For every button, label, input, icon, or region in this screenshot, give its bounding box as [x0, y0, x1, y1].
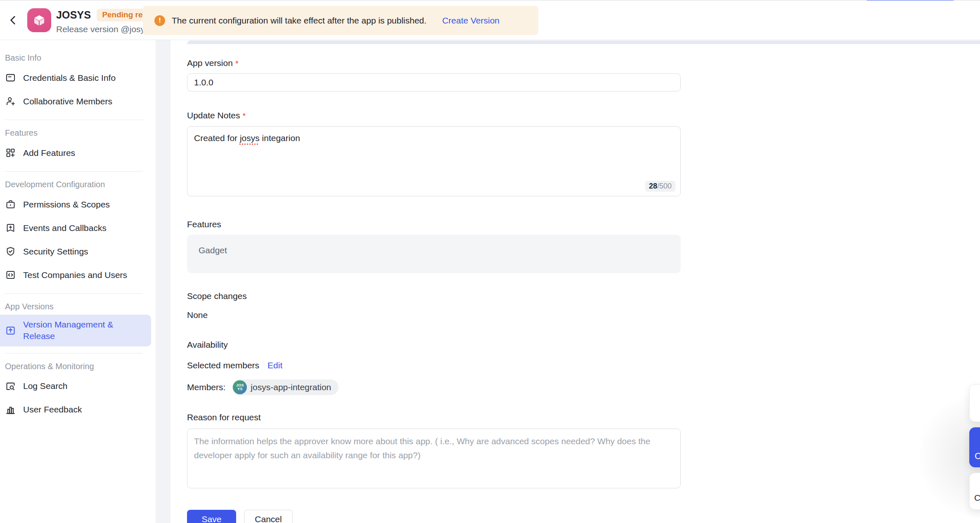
sidebar-item-test-companies[interactable]: Test Companies and Users	[0, 263, 156, 287]
member-chip[interactable]: JOS YS josys-app-integration	[232, 379, 339, 395]
sidebar-divider	[5, 353, 143, 353]
sidebar-item-label: Add Features	[23, 148, 75, 158]
sidebar-item-label: Version Management & Release	[23, 319, 146, 342]
sidebar-item-label: Permissions & Scopes	[23, 200, 110, 210]
create-version-link[interactable]: Create Version	[442, 16, 499, 26]
credentials-icon	[5, 72, 16, 83]
app-name: JOSYS	[56, 9, 91, 21]
sidebar-item-permissions[interactable]: Permissions & Scopes	[0, 193, 156, 216]
person-plus-icon	[5, 96, 16, 107]
cancel-button[interactable]: Cancel	[244, 510, 293, 523]
app-release-page: JOSYS Pending release Release version @j…	[0, 0, 980, 523]
shield-check-icon	[5, 246, 16, 257]
sidebar-divider	[5, 171, 143, 172]
sidebar-item-user-feedback[interactable]: User Feedback	[0, 398, 156, 422]
member-avatar: JOS YS	[233, 380, 247, 394]
edit-members-link[interactable]: Edit	[267, 360, 282, 370]
sidebar-item-label: Log Search	[23, 381, 67, 391]
app-version-input[interactable]	[187, 73, 681, 92]
sidebar: Basic Info Credentials & Basic Info Coll…	[0, 40, 156, 523]
app-header: JOSYS Pending release Release version @j…	[0, 0, 980, 40]
sidebar-divider	[5, 293, 143, 294]
bar-chart-icon	[5, 404, 16, 415]
app-logo	[27, 8, 51, 32]
misspelled-word: josys	[240, 133, 260, 143]
save-button[interactable]: Save	[187, 510, 236, 523]
char-counter: 28/500	[645, 181, 675, 192]
scope-changes-label: Scope changes	[187, 291, 681, 301]
reason-textarea[interactable]	[187, 429, 681, 488]
features-value-box: Gadget	[187, 235, 681, 273]
chevron-left-icon	[8, 15, 19, 26]
features-label: Features	[187, 219, 681, 229]
form-actions: Save Cancel	[187, 510, 681, 523]
sidebar-item-collaborative-members[interactable]: Collaborative Members	[0, 90, 156, 113]
reason-label: Reason for request	[187, 412, 681, 422]
members-label: Members:	[187, 382, 225, 392]
sidebar-item-credentials[interactable]: Credentials & Basic Info	[0, 66, 156, 90]
grid-plus-icon	[5, 147, 16, 158]
sidebar-divider	[5, 120, 143, 120]
app-version-label: App version *	[187, 58, 681, 68]
sidebar-item-events[interactable]: Events and Callbacks	[0, 216, 156, 240]
sidebar-section-dev-config: Development Configuration	[0, 180, 156, 189]
callback-plus-icon	[5, 222, 16, 233]
required-asterisk: *	[242, 111, 246, 121]
member-chip-label: josys-app-integration	[251, 382, 331, 392]
version-form: App version * Update Notes * Created for…	[187, 40, 681, 523]
scope-changes-value: None	[187, 310, 681, 320]
sidebar-section-operations: Operations & Monitoring	[0, 362, 156, 371]
sidebar-item-label: User Feedback	[23, 405, 82, 415]
warning-icon: !	[154, 15, 165, 26]
sidebar-item-label: Credentials & Basic Info	[23, 73, 116, 83]
selected-members-row: Selected members Edit	[187, 360, 681, 370]
back-button[interactable]	[6, 13, 21, 28]
config-warning-banner: ! The current configuration will take ef…	[143, 6, 538, 35]
selected-members-label: Selected members	[187, 360, 259, 370]
briefcase-icon	[5, 199, 16, 210]
sidebar-item-label: Events and Callbacks	[23, 223, 107, 233]
version-upload-icon	[5, 325, 16, 336]
sidebar-item-label: Test Companies and Users	[23, 270, 127, 280]
required-asterisk: *	[235, 58, 239, 68]
update-notes-label: Update Notes *	[187, 111, 681, 121]
clipped-floating-card[interactable]	[969, 384, 980, 422]
sidebar-item-add-features[interactable]: Add Features	[0, 141, 156, 165]
sidebar-item-label: Security Settings	[23, 247, 88, 257]
content-scroll-gutter[interactable]	[156, 40, 170, 523]
code-box-icon	[5, 269, 16, 280]
sidebar-section-features: Features	[0, 128, 156, 138]
cube-icon	[32, 13, 47, 28]
feature-item: Gadget	[199, 245, 227, 255]
update-notes-textarea[interactable]: Created for josys integarion 28/500	[187, 126, 681, 196]
sidebar-item-security[interactable]: Security Settings	[0, 240, 156, 263]
availability-label: Availability	[187, 340, 681, 350]
sidebar-item-label: Collaborative Members	[23, 97, 112, 106]
log-search-icon	[5, 381, 16, 392]
banner-message: The current configuration will take effe…	[172, 16, 426, 26]
clipped-floating-white-button[interactable]: Co	[969, 473, 980, 510]
members-row: Members: JOS YS josys-app-integration	[187, 379, 681, 395]
sidebar-item-log-search[interactable]: Log Search	[0, 375, 156, 398]
clipped-floating-blue-button[interactable]: C	[969, 427, 980, 467]
sidebar-item-version-management[interactable]: Version Management & Release	[0, 315, 151, 346]
sidebar-section-app-versions: App Versions	[0, 302, 156, 311]
sidebar-section-basic-info: Basic Info	[0, 53, 156, 63]
